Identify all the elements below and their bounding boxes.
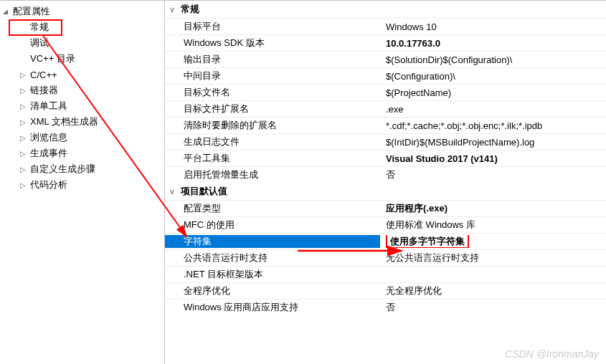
prop-label: 目标文件扩展名 bbox=[165, 102, 380, 115]
prop-row[interactable]: 生成日志文件$(IntDir)$(MSBuildProjectName).log bbox=[165, 133, 606, 150]
prop-value: $(IntDir)$(MSBuildProjectName).log bbox=[380, 137, 606, 148]
prop-row[interactable]: 目标文件扩展名.exe bbox=[165, 100, 606, 117]
prop-value: $(ProjectName) bbox=[380, 87, 606, 98]
watermark: CSDN @IronmanJay bbox=[505, 348, 599, 360]
tree-item-3[interactable]: C/C++ bbox=[0, 67, 164, 82]
prop-value: 否 bbox=[380, 168, 606, 181]
prop-row[interactable]: 输出目录$(SolutionDir)$(Configuration)\ bbox=[165, 51, 606, 67]
tree-item-label: 清单工具 bbox=[30, 100, 67, 112]
tree-item-label: 生成事件 bbox=[30, 147, 67, 160]
prop-label: 清除时要删除的扩展名 bbox=[165, 119, 380, 132]
prop-value: $(Configuration)\ bbox=[380, 71, 606, 82]
highlight-box-value: 使用多字节字符集 bbox=[386, 235, 469, 248]
prop-label: 目标文件名 bbox=[165, 86, 380, 99]
tree-item-label: 链接器 bbox=[30, 84, 58, 97]
tree-root[interactable]: 配置属性 bbox=[0, 4, 164, 19]
prop-row[interactable]: Windows SDK 版本10.0.17763.0 bbox=[165, 34, 606, 51]
prop-row[interactable]: .NET 目标框架版本 bbox=[165, 266, 606, 282]
tree-item-label: 自定义生成步骤 bbox=[30, 163, 95, 176]
prop-row[interactable]: 目标平台Windows 10 bbox=[165, 18, 606, 34]
prop-value: .exe bbox=[380, 104, 606, 115]
prop-label: Windows SDK 版本 bbox=[165, 37, 380, 49]
tree-item-6[interactable]: XML 文档生成器 bbox=[0, 114, 164, 130]
tree-item-8[interactable]: 生成事件 bbox=[0, 145, 164, 161]
tree-item-label: XML 文档生成器 bbox=[30, 115, 98, 128]
prop-row[interactable]: 平台工具集Visual Studio 2017 (v141) bbox=[165, 150, 606, 166]
prop-label: 启用托管增量生成 bbox=[165, 168, 380, 181]
prop-value: 10.0.17763.0 bbox=[380, 38, 606, 49]
tree-item-label: 代码分析 bbox=[30, 178, 67, 191]
prop-row[interactable]: 目标文件名$(ProjectName) bbox=[165, 84, 606, 100]
prop-row[interactable]: 公共语言运行时支持无公共语言运行时支持 bbox=[165, 249, 606, 266]
prop-value: *.cdf;*.cache;*.obj;*.obj.enc;*.ilk;*.ip… bbox=[380, 120, 606, 131]
tree-item-label: 调试 bbox=[30, 37, 49, 49]
prop-row[interactable]: 配置类型应用程序(.exe) bbox=[165, 200, 606, 216]
prop-value: Windows 10 bbox=[380, 21, 606, 32]
prop-label: 配置类型 bbox=[165, 202, 380, 215]
prop-value: 使用多字节字符集 bbox=[380, 235, 606, 248]
tree-item-7[interactable]: 浏览信息 bbox=[0, 130, 164, 145]
prop-label: Windows 应用商店应用支持 bbox=[165, 301, 380, 314]
tree-item-label: VC++ 目录 bbox=[30, 52, 75, 65]
sidebar: 配置属性 常规调试VC++ 目录C/C++链接器清单工具XML 文档生成器浏览信… bbox=[0, 1, 165, 364]
property-grid: 常规目标平台Windows 10Windows SDK 版本10.0.17763… bbox=[165, 1, 606, 364]
prop-label: 平台工具集 bbox=[165, 152, 380, 165]
prop-value: 否 bbox=[380, 301, 606, 314]
prop-row[interactable]: 启用托管增量生成否 bbox=[165, 166, 606, 183]
prop-label: 全程序优化 bbox=[165, 284, 380, 297]
tree-item-label: 常规 bbox=[30, 21, 49, 34]
tree-item-label: 浏览信息 bbox=[30, 131, 67, 144]
prop-value: 无公共语言运行时支持 bbox=[380, 252, 606, 264]
tree-item-2[interactable]: VC++ 目录 bbox=[0, 51, 164, 67]
section-header-1[interactable]: 项目默认值 bbox=[165, 183, 606, 200]
prop-label: .NET 目标框架版本 bbox=[165, 268, 380, 281]
prop-row[interactable]: 字符集使用多字节字符集 bbox=[165, 233, 606, 249]
tree-item-1[interactable]: 调试 bbox=[0, 35, 164, 51]
prop-row[interactable]: 清除时要删除的扩展名*.cdf;*.cache;*.obj;*.obj.enc;… bbox=[165, 117, 606, 133]
section-header-0[interactable]: 常规 bbox=[165, 1, 606, 18]
prop-value: 无全程序优化 bbox=[380, 284, 606, 297]
tree-root-label: 配置属性 bbox=[13, 5, 50, 18]
prop-row[interactable]: MFC 的使用使用标准 Windows 库 bbox=[165, 216, 606, 233]
tree-item-9[interactable]: 自定义生成步骤 bbox=[0, 161, 164, 177]
tree-item-0[interactable]: 常规 bbox=[0, 19, 164, 35]
prop-value: 应用程序(.exe) bbox=[380, 202, 606, 215]
prop-label: 公共语言运行时支持 bbox=[165, 252, 380, 264]
prop-row[interactable]: 全程序优化无全程序优化 bbox=[165, 282, 606, 299]
prop-value: Visual Studio 2017 (v141) bbox=[380, 153, 606, 164]
prop-label: MFC 的使用 bbox=[165, 219, 380, 231]
tree-item-4[interactable]: 链接器 bbox=[0, 82, 164, 98]
prop-label: 字符集 bbox=[165, 235, 380, 248]
prop-label: 生成日志文件 bbox=[165, 135, 380, 148]
prop-label: 目标平台 bbox=[165, 20, 380, 33]
tree-item-5[interactable]: 清单工具 bbox=[0, 98, 164, 114]
tree-item-10[interactable]: 代码分析 bbox=[0, 177, 164, 193]
tree-item-label: C/C++ bbox=[30, 70, 57, 80]
prop-value: 使用标准 Windows 库 bbox=[380, 219, 606, 231]
prop-label: 中间目录 bbox=[165, 70, 380, 82]
prop-label: 输出目录 bbox=[165, 53, 380, 66]
prop-row[interactable]: 中间目录$(Configuration)\ bbox=[165, 67, 606, 84]
prop-row[interactable]: Windows 应用商店应用支持否 bbox=[165, 299, 606, 315]
prop-value: $(SolutionDir)$(Configuration)\ bbox=[380, 54, 606, 65]
